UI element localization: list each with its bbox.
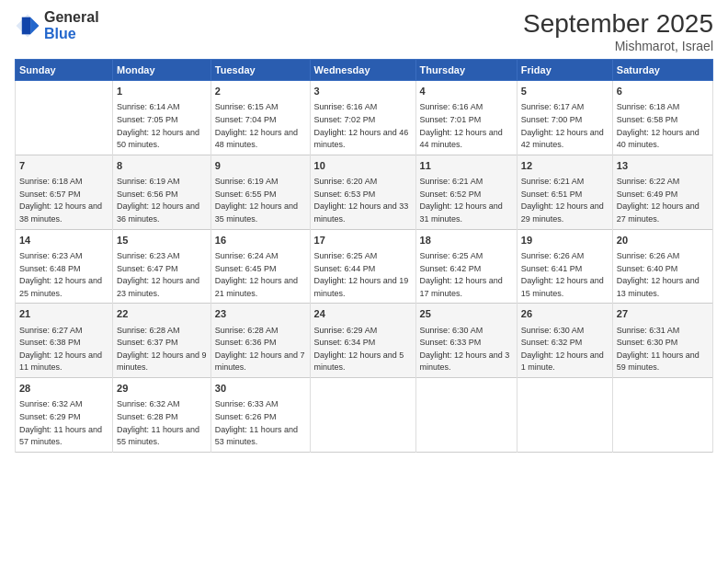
day-number: 7: [19, 159, 108, 173]
calendar-cell: 11Sunrise: 6:21 AMSunset: 6:52 PMDayligh…: [415, 155, 517, 229]
cell-content: Sunrise: 6:24 AMSunset: 6:45 PMDaylight:…: [215, 251, 298, 298]
logo: General Blue: [15, 9, 99, 41]
cell-content: Sunrise: 6:18 AMSunset: 6:58 PMDaylight:…: [617, 102, 700, 149]
day-number: 30: [215, 382, 306, 396]
day-number: 12: [521, 159, 609, 173]
calendar-cell: 27Sunrise: 6:31 AMSunset: 6:30 PMDayligh…: [612, 304, 712, 378]
day-number: 3: [314, 85, 412, 98]
day-number: 13: [617, 159, 709, 173]
day-number: 24: [314, 307, 412, 321]
subtitle: Mishmarot, Israel: [523, 39, 713, 53]
cell-content: Sunrise: 6:19 AMSunset: 6:56 PMDaylight:…: [117, 177, 199, 224]
calendar-week-row: 14Sunrise: 6:23 AMSunset: 6:48 PMDayligh…: [16, 229, 713, 304]
page: General Blue September 2025 Mishmarot, I…: [0, 0, 728, 563]
calendar-cell: 19Sunrise: 6:26 AMSunset: 6:41 PMDayligh…: [517, 229, 612, 304]
calendar-cell: 9Sunrise: 6:19 AMSunset: 6:55 PMDaylight…: [210, 155, 310, 229]
header-row: SundayMondayTuesdayWednesdayThursdayFrid…: [16, 60, 713, 81]
day-number: 4: [420, 85, 513, 98]
day-number: 6: [617, 85, 709, 98]
day-number: 2: [215, 85, 306, 98]
day-number: 5: [521, 85, 609, 98]
cell-content: Sunrise: 6:30 AMSunset: 6:33 PMDaylight:…: [420, 326, 510, 373]
calendar-cell: [16, 81, 113, 155]
cell-content: Sunrise: 6:33 AMSunset: 6:26 PMDaylight:…: [215, 399, 298, 446]
calendar-cell: [415, 378, 517, 453]
main-title: September 2025: [523, 9, 713, 39]
calendar-cell: 30Sunrise: 6:33 AMSunset: 6:26 PMDayligh…: [210, 378, 310, 453]
cell-content: Sunrise: 6:25 AMSunset: 6:44 PMDaylight:…: [314, 251, 409, 298]
calendar-cell: 13Sunrise: 6:22 AMSunset: 6:49 PMDayligh…: [612, 155, 712, 229]
calendar-cell: [517, 378, 612, 453]
day-number: 23: [215, 307, 306, 321]
cell-content: Sunrise: 6:16 AMSunset: 7:01 PMDaylight:…: [420, 102, 503, 149]
day-number: 28: [19, 382, 108, 396]
weekday-header: Friday: [517, 60, 612, 81]
day-number: 1: [117, 85, 207, 98]
cell-content: Sunrise: 6:21 AMSunset: 6:51 PMDaylight:…: [521, 177, 604, 224]
calendar-cell: 5Sunrise: 6:17 AMSunset: 7:00 PMDaylight…: [517, 81, 612, 155]
calendar-week-row: 7Sunrise: 6:18 AMSunset: 6:57 PMDaylight…: [16, 155, 713, 229]
svg-marker-1: [30, 17, 39, 34]
calendar-cell: 24Sunrise: 6:29 AMSunset: 6:34 PMDayligh…: [310, 304, 415, 378]
logo-blue-text: Blue: [44, 26, 99, 42]
day-number: 17: [314, 234, 412, 247]
day-number: 20: [617, 234, 709, 247]
day-number: 29: [117, 382, 207, 396]
day-number: 18: [420, 234, 513, 247]
calendar-week-row: 1Sunrise: 6:14 AMSunset: 7:05 PMDaylight…: [16, 81, 713, 155]
calendar-cell: 1Sunrise: 6:14 AMSunset: 7:05 PMDaylight…: [113, 81, 211, 155]
day-number: 27: [617, 307, 709, 321]
cell-content: Sunrise: 6:22 AMSunset: 6:49 PMDaylight:…: [617, 177, 700, 224]
weekday-header: Sunday: [16, 60, 113, 81]
day-number: 19: [521, 234, 609, 247]
day-number: 25: [420, 307, 513, 321]
cell-content: Sunrise: 6:16 AMSunset: 7:02 PMDaylight:…: [314, 102, 409, 149]
day-number: 11: [420, 159, 513, 173]
calendar-cell: 16Sunrise: 6:24 AMSunset: 6:45 PMDayligh…: [210, 229, 310, 304]
calendar-cell: 2Sunrise: 6:15 AMSunset: 7:04 PMDaylight…: [210, 81, 310, 155]
calendar-cell: 28Sunrise: 6:32 AMSunset: 6:29 PMDayligh…: [16, 378, 113, 453]
calendar-cell: 3Sunrise: 6:16 AMSunset: 7:02 PMDaylight…: [310, 81, 415, 155]
calendar-cell: 17Sunrise: 6:25 AMSunset: 6:44 PMDayligh…: [310, 229, 415, 304]
cell-content: Sunrise: 6:23 AMSunset: 6:47 PMDaylight:…: [117, 251, 199, 298]
calendar-cell: 8Sunrise: 6:19 AMSunset: 6:56 PMDaylight…: [113, 155, 211, 229]
cell-content: Sunrise: 6:32 AMSunset: 6:29 PMDaylight:…: [19, 399, 102, 446]
cell-content: Sunrise: 6:28 AMSunset: 6:37 PMDaylight:…: [117, 326, 207, 373]
title-block: September 2025 Mishmarot, Israel: [523, 9, 713, 53]
calendar-cell: 7Sunrise: 6:18 AMSunset: 6:57 PMDaylight…: [16, 155, 113, 229]
weekday-header: Saturday: [612, 60, 712, 81]
day-number: 14: [19, 234, 108, 247]
calendar-cell: 12Sunrise: 6:21 AMSunset: 6:51 PMDayligh…: [517, 155, 612, 229]
day-number: 22: [117, 307, 207, 321]
calendar-cell: 4Sunrise: 6:16 AMSunset: 7:01 PMDaylight…: [415, 81, 517, 155]
calendar-cell: 18Sunrise: 6:25 AMSunset: 6:42 PMDayligh…: [415, 229, 517, 304]
cell-content: Sunrise: 6:20 AMSunset: 6:53 PMDaylight:…: [314, 177, 409, 224]
weekday-header: Wednesday: [310, 60, 415, 81]
day-number: 26: [521, 307, 609, 321]
cell-content: Sunrise: 6:17 AMSunset: 7:00 PMDaylight:…: [521, 102, 604, 149]
svg-marker-2: [22, 17, 30, 34]
cell-content: Sunrise: 6:23 AMSunset: 6:48 PMDaylight:…: [19, 251, 102, 298]
calendar-cell: 6Sunrise: 6:18 AMSunset: 6:58 PMDaylight…: [612, 81, 712, 155]
cell-content: Sunrise: 6:18 AMSunset: 6:57 PMDaylight:…: [19, 177, 102, 224]
weekday-header: Thursday: [415, 60, 517, 81]
logo-general-text: General: [44, 9, 99, 26]
cell-content: Sunrise: 6:26 AMSunset: 6:40 PMDaylight:…: [617, 251, 700, 298]
calendar-cell: 14Sunrise: 6:23 AMSunset: 6:48 PMDayligh…: [16, 229, 113, 304]
calendar-cell: 22Sunrise: 6:28 AMSunset: 6:37 PMDayligh…: [113, 304, 211, 378]
cell-content: Sunrise: 6:32 AMSunset: 6:28 PMDaylight:…: [117, 399, 199, 446]
day-number: 16: [215, 234, 306, 247]
cell-content: Sunrise: 6:25 AMSunset: 6:42 PMDaylight:…: [420, 251, 503, 298]
cell-content: Sunrise: 6:30 AMSunset: 6:32 PMDaylight:…: [521, 326, 604, 373]
weekday-header: Monday: [113, 60, 211, 81]
cell-content: Sunrise: 6:26 AMSunset: 6:41 PMDaylight:…: [521, 251, 604, 298]
calendar-cell: 25Sunrise: 6:30 AMSunset: 6:33 PMDayligh…: [415, 304, 517, 378]
weekday-header: Tuesday: [210, 60, 310, 81]
calendar-cell: 29Sunrise: 6:32 AMSunset: 6:28 PMDayligh…: [113, 378, 211, 453]
day-number: 9: [215, 159, 306, 173]
cell-content: Sunrise: 6:15 AMSunset: 7:04 PMDaylight:…: [215, 102, 298, 149]
cell-content: Sunrise: 6:27 AMSunset: 6:38 PMDaylight:…: [19, 326, 102, 373]
cell-content: Sunrise: 6:28 AMSunset: 6:36 PMDaylight:…: [215, 326, 305, 373]
day-number: 15: [117, 234, 207, 247]
calendar-week-row: 21Sunrise: 6:27 AMSunset: 6:38 PMDayligh…: [16, 304, 713, 378]
